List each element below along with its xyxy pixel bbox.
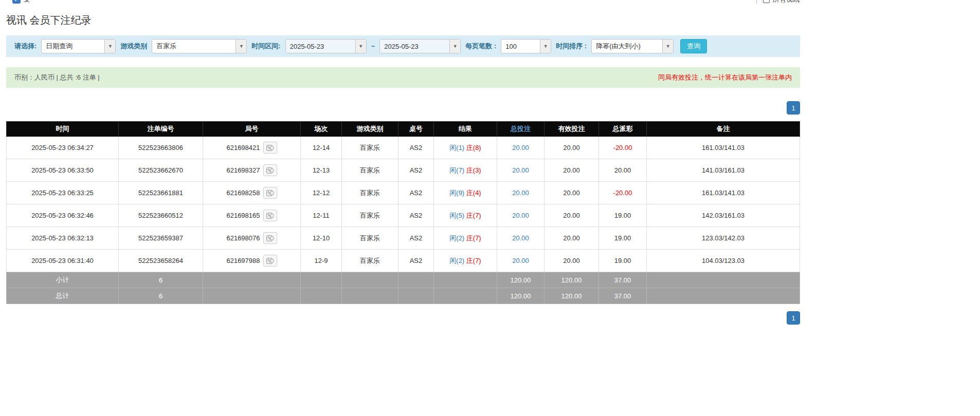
result-player: 闲(7) [449,166,464,174]
page-size-select[interactable]: 100 ▼ [501,39,551,53]
cell-valid-bet: 20.00 [545,159,599,182]
dice-icon [266,257,274,264]
cell-payout: 20.00 [599,159,647,182]
game-type-value: 百家乐 [152,40,235,53]
cell-valid-bet: 20.00 [545,182,599,204]
cell-bet-id: 522523658264 [119,250,203,272]
col-header-valid-bet: 有效投注 [545,122,599,137]
query-type-select[interactable]: 日期查询 ▼ [41,39,116,53]
cell-valid-bet: 20.00 [545,204,599,227]
cell-table-no: AS2 [398,159,434,182]
chevron-down-icon: ▼ [355,40,366,53]
cell-remark: 161.03/141.03 [647,137,800,159]
summary-notice: 同局有效投注，统一计算在该局第一张注单内 [658,73,792,82]
subtotal-payout: 37.00 [599,272,647,288]
total-count: 6 [119,288,203,304]
dice-result-button[interactable] [263,164,277,176]
table-row: 2025-05-23 06:33:25 522523661881 6216982… [7,182,800,204]
date-to-value: 2025-05-23 [380,40,449,53]
cell-result: 闲(1) 庄(8) [434,137,497,159]
cell-session: 12-12 [301,182,342,204]
topbar-right-label: 所有视讯 [772,0,799,4]
cell-game-type: 百家乐 [342,182,398,204]
topbar-left-label: 变 [23,0,30,4]
dice-result-button[interactable] [263,232,277,244]
pagination-top: 1 [6,101,800,115]
cell-total-bet[interactable]: 20.00 [497,227,545,250]
cell-table-no: AS2 [398,182,434,204]
table-row: 2025-05-23 06:34:27 522523663806 6216984… [7,137,800,159]
filter-bar: 请选择: 日期查询 ▼ 游戏类别 百家乐 ▼ 时间区间: 2025-05-23 … [6,35,800,57]
col-header-bet-id: 注单编号 [119,122,203,137]
cell-valid-bet: 20.00 [545,250,599,272]
check-icon: ✓ [12,0,21,4]
page-size-value: 100 [501,40,540,53]
cell-bet-id: 522523663806 [119,137,203,159]
page-1-button[interactable]: 1 [787,311,800,325]
total-row: 总计 6 120.00 120.00 37.00 [7,288,800,304]
dice-result-button[interactable] [263,255,277,267]
result-banker: 庄(7) [466,234,481,242]
result-banker: 庄(4) [466,189,481,197]
cell-bet-id: 522523660512 [119,204,203,227]
date-from-select[interactable]: 2025-05-23 ▼ [285,39,367,53]
col-header-round-id: 局号 [203,122,301,137]
col-header-remark: 备注 [647,122,800,137]
dice-result-button[interactable] [263,210,277,221]
dice-icon [266,190,274,197]
cell-result: 闲(7) 庄(3) [434,159,497,182]
topbar-right-fragment[interactable]: | 所有视讯 [756,0,799,5]
cell-session: 12-14 [301,137,342,159]
cell-bet-id: 522523662670 [119,159,203,182]
cell-session: 12-9 [301,250,342,272]
cell-total-bet[interactable]: 20.00 [497,250,545,272]
cell-time: 2025-05-23 06:32:46 [7,204,119,227]
date-to-select[interactable]: 2025-05-23 ▼ [379,39,461,53]
total-total-bet: 120.00 [497,288,545,304]
page: ✓ 变 | 所有视讯 视讯 会员下注纪录 请选择: 日期查询 ▼ 游戏类别 百家… [6,0,800,325]
cell-payout: 19.00 [599,204,647,227]
total-payout: 37.00 [599,288,647,304]
cell-total-bet[interactable]: 20.00 [497,137,545,159]
round-id-text: 621698258 [226,189,260,197]
cell-remark: 123.03/142.03 [647,227,800,250]
search-button[interactable]: 查询 [680,39,707,53]
sort-order-label: 时间排序 : [556,42,587,51]
col-header-result: 结果 [434,122,497,137]
cell-time: 2025-05-23 06:34:27 [7,137,119,159]
dice-result-button[interactable] [263,187,277,199]
result-banker: 庄(7) [466,212,481,219]
round-id-text: 621698165 [226,212,260,219]
cell-total-bet[interactable]: 20.00 [497,182,545,204]
cell-game-type: 百家乐 [342,227,398,250]
cell-total-bet[interactable]: 20.00 [497,204,545,227]
page-title: 视讯 会员下注纪录 [6,13,800,27]
dice-result-button[interactable] [263,142,277,154]
cell-remark: 104.03/123.03 [647,250,800,272]
chevron-down-icon: ▼ [540,40,551,53]
result-banker: 庄(3) [466,166,481,174]
cell-round-id: 621698421 [203,137,301,159]
topbar-left-fragment[interactable]: ✓ 变 [12,0,30,5]
sort-order-select[interactable]: 降幂(由大到小) ▼ [591,39,674,53]
result-player: 闲(9) [449,189,464,197]
dice-icon [266,144,274,152]
cell-remark: 142.03/161.03 [647,204,800,227]
page-1-button[interactable]: 1 [787,101,800,115]
chevron-down-icon: ▼ [104,40,115,53]
col-header-payout: 总派彩 [599,122,647,137]
cell-total-bet[interactable]: 20.00 [497,159,545,182]
summary-bar: 币别：人民币 | 总共 :6 注单 | 同局有效投注，统一计算在该局第一张注单内 [6,67,800,88]
cell-game-type: 百家乐 [342,159,398,182]
cell-payout: 19.00 [599,227,647,250]
round-id-text: 621698421 [226,144,260,152]
result-banker: 庄(8) [466,144,481,152]
cell-bet-id: 522523659387 [119,227,203,250]
result-player: 闲(2) [449,234,464,242]
game-type-select[interactable]: 百家乐 ▼ [152,39,247,53]
date-range-label: 时间区间: [251,42,280,51]
col-header-total-bet[interactable]: 总投注 [497,122,545,137]
cell-valid-bet: 20.00 [545,137,599,159]
cell-result: 闲(5) 庄(7) [434,204,497,227]
cell-round-id: 621698165 [203,204,301,227]
